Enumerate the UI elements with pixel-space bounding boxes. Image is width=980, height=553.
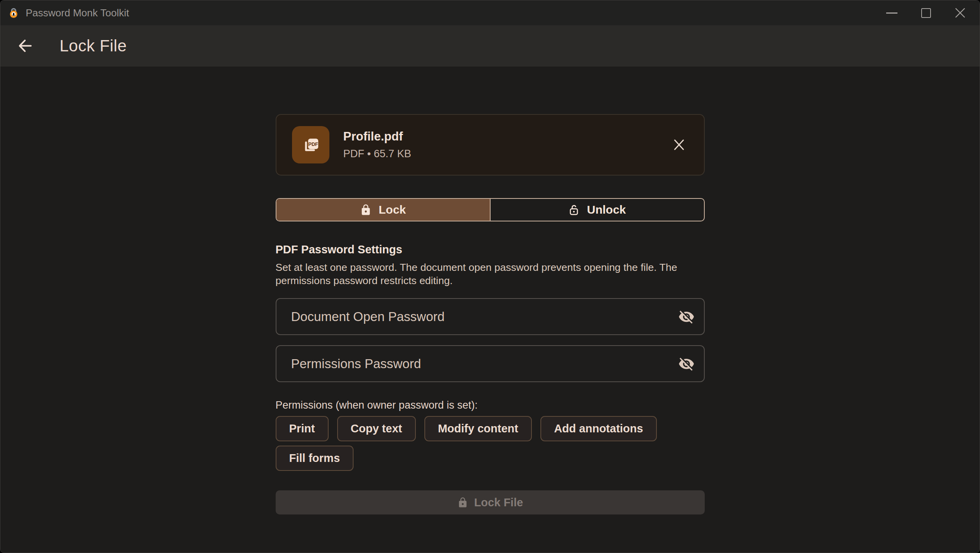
file-name: Profile.pdf [343, 130, 412, 144]
app-title: Password Monk Toolkit [26, 7, 129, 19]
tab-unlock-label: Unlock [587, 203, 626, 216]
lock-file-button-label: Lock File [474, 496, 523, 509]
eye-off-icon [678, 356, 695, 372]
close-icon [954, 7, 966, 19]
permission-chip-print[interactable]: Print [276, 416, 329, 441]
minimize-icon [886, 12, 897, 14]
tab-lock[interactable]: Lock [276, 199, 490, 221]
file-card: PDF Profile.pdf PDF • 65.7 KB [276, 114, 705, 176]
close-x-icon [672, 138, 686, 152]
file-meta: PDF • 65.7 KB [343, 148, 412, 160]
document-open-password-row [276, 298, 705, 335]
tab-lock-label: Lock [378, 203, 406, 216]
pdf-file-icon: PDF [292, 126, 329, 163]
permission-chip-fill-forms[interactable]: Fill forms [276, 446, 354, 471]
main-content: PDF Profile.pdf PDF • 65.7 KB Lock [276, 67, 705, 514]
close-button[interactable] [943, 0, 977, 25]
mode-toggle: Lock Unlock [276, 198, 705, 221]
lock-open-icon [568, 204, 580, 216]
toggle-open-password-visibility-button[interactable] [678, 309, 695, 325]
permission-chip-copy-text[interactable]: Copy text [337, 416, 416, 441]
lock-closed-icon [360, 204, 372, 216]
titlebar-left: Password Monk Toolkit [0, 7, 129, 19]
permission-chip-modify-content[interactable]: Modify content [424, 416, 532, 441]
app-window: Password Monk Toolkit Lock File [0, 0, 980, 553]
file-info: Profile.pdf PDF • 65.7 KB [343, 130, 412, 160]
back-arrow-icon [16, 37, 34, 55]
permissions-label: Permissions (when owner password is set)… [276, 399, 705, 411]
permissions-chip-group: Print Copy text Modify content Add annot… [276, 416, 705, 471]
permissions-password-input[interactable] [276, 345, 705, 382]
svg-text:PDF: PDF [308, 142, 318, 147]
settings-description: Set at least one password. The document … [276, 261, 681, 287]
toggle-permissions-password-visibility-button[interactable] [678, 356, 695, 372]
page-header: Lock File [0, 25, 980, 67]
permissions-password-row [276, 345, 705, 382]
titlebar: Password Monk Toolkit [0, 0, 980, 25]
window-controls [874, 0, 980, 25]
page-title: Lock File [60, 37, 127, 55]
permission-chip-add-annotations[interactable]: Add annotations [540, 416, 657, 441]
back-button[interactable] [16, 37, 34, 55]
lock-closed-icon [457, 497, 468, 508]
app-logo-icon [7, 7, 20, 19]
tab-unlock[interactable]: Unlock [490, 199, 704, 221]
remove-file-button[interactable] [672, 138, 686, 152]
minimize-button[interactable] [874, 0, 909, 25]
maximize-button[interactable] [909, 0, 943, 25]
settings-heading: PDF Password Settings [276, 243, 705, 256]
maximize-icon [921, 8, 931, 18]
document-open-password-input[interactable] [276, 298, 705, 335]
eye-off-icon [678, 309, 695, 325]
lock-file-button[interactable]: Lock File [276, 490, 705, 514]
